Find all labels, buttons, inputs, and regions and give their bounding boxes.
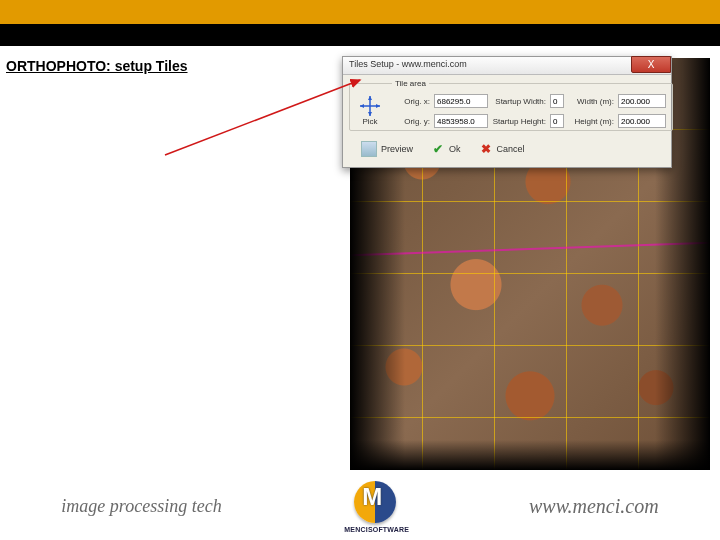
- fade-bottom: [350, 440, 710, 470]
- start-w-label: Startup Width:: [492, 97, 546, 106]
- footer: image processing tech M MENCISOFTWARE ww…: [0, 472, 720, 540]
- orig-x-input[interactable]: [434, 94, 488, 108]
- logo-text: MENCISOFTWARE: [344, 526, 406, 533]
- footer-url: www.menci.com: [529, 495, 659, 518]
- preview-label: Preview: [381, 144, 413, 154]
- top-bar: [0, 0, 720, 46]
- svg-marker-5: [376, 104, 380, 108]
- dialog-title: Tiles Setup - www.menci.com: [349, 59, 467, 69]
- top-orange-stripe: [0, 0, 720, 24]
- width-label: Width (m):: [568, 97, 614, 106]
- close-button[interactable]: X: [631, 56, 671, 73]
- svg-marker-2: [368, 96, 372, 100]
- orig-x-label: Orig. x:: [392, 97, 430, 106]
- svg-marker-4: [360, 104, 364, 108]
- cancel-icon: ✖: [479, 142, 493, 156]
- dialog-titlebar[interactable]: Tiles Setup - www.menci.com X: [343, 57, 671, 75]
- orig-y-input[interactable]: [434, 114, 488, 128]
- preview-icon: [361, 141, 377, 157]
- logo-letter: M: [362, 485, 382, 509]
- page-title: ORTHOPHOTO: setup Tiles: [6, 58, 346, 80]
- width-input[interactable]: [618, 94, 666, 108]
- start-h-label: Startup Height:: [492, 117, 546, 126]
- ok-label: Ok: [449, 144, 461, 154]
- start-w-input[interactable]: [550, 94, 564, 108]
- cancel-label: Cancel: [497, 144, 525, 154]
- check-icon: ✔: [431, 142, 445, 156]
- tile-area-fieldset: Tile area Pick Orig. x: Startup Width: W…: [349, 79, 673, 131]
- crosshair-icon: [360, 96, 380, 116]
- pick-label: Pick: [355, 117, 385, 126]
- height-label: Height (m):: [568, 117, 614, 126]
- company-logo: M MENCISOFTWARE: [344, 479, 406, 533]
- preview-button[interactable]: Preview: [361, 141, 413, 157]
- fieldset-legend: Tile area: [392, 79, 429, 88]
- tiles-setup-dialog: Tiles Setup - www.menci.com X Tile area …: [342, 56, 672, 168]
- close-icon: X: [648, 59, 655, 70]
- start-h-input[interactable]: [550, 114, 564, 128]
- body-text: Before running the Ortho.Photo procedure…: [6, 120, 336, 238]
- dialog-buttons: Preview ✔ Ok ✖ Cancel: [349, 137, 665, 161]
- pick-button[interactable]: Pick: [355, 96, 385, 126]
- orig-y-label: Orig. y:: [392, 117, 430, 126]
- ok-button[interactable]: ✔ Ok: [431, 142, 461, 156]
- footer-tagline: image processing tech: [61, 496, 221, 517]
- slide: ORTHOPHOTO: setup Tiles Before running t…: [0, 0, 720, 540]
- field-grid: Orig. x: Startup Width: Width (m): Orig.…: [392, 92, 666, 130]
- cancel-button[interactable]: ✖ Cancel: [479, 142, 525, 156]
- height-input[interactable]: [618, 114, 666, 128]
- svg-marker-3: [368, 112, 372, 116]
